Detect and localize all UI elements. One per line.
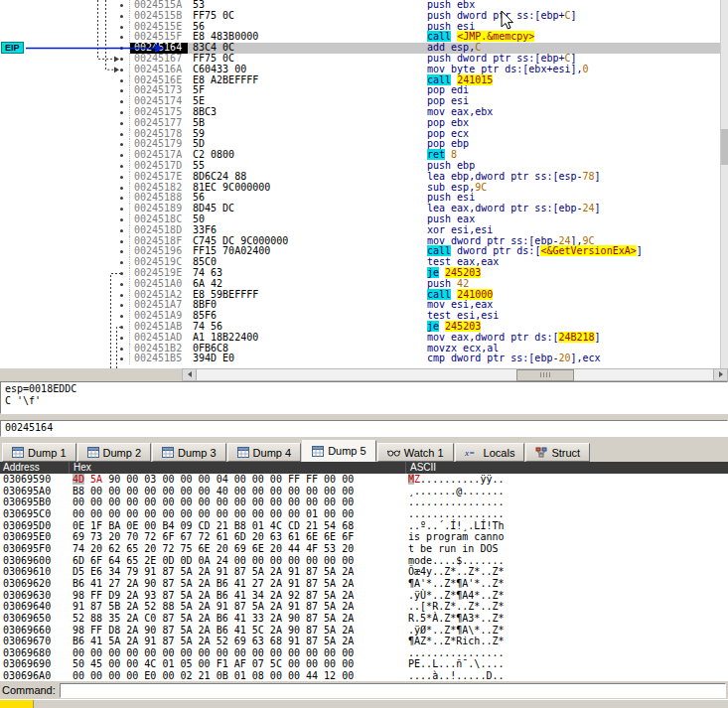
hex-byte[interactable]: 00	[270, 647, 282, 658]
hex-byte[interactable]: 00	[144, 496, 156, 507]
dump-row[interactable]: 0306963098 FF D9 2A 93 87 5A 2A B6 41 34…	[0, 590, 728, 602]
disasm-row[interactable]: 002451B20FB6C8movzx ecx,al	[0, 344, 728, 354]
disasm-row[interactable]: 0024517D55push ebp	[0, 161, 728, 172]
breakpoint-dot[interactable]	[120, 111, 123, 114]
hex-byte[interactable]: 91	[288, 578, 300, 589]
disasm-row[interactable]: 0024516483C4 0Cadd esp,C	[0, 43, 728, 54]
hex-byte[interactable]: 5A	[324, 625, 336, 636]
hex-byte[interactable]: 00	[73, 508, 84, 519]
breakpoint-dot[interactable]	[120, 122, 123, 125]
hex-byte[interactable]: 87	[306, 566, 318, 577]
hex-byte[interactable]: 40	[217, 486, 228, 496]
hex-byte[interactable]: 00	[126, 647, 138, 658]
hex-byte[interactable]: CD	[199, 520, 211, 531]
hex-byte[interactable]: 00	[180, 496, 192, 507]
dump-row[interactable]: 030695F074 20 62 65 20 72 75 6E 20 69 6E…	[0, 543, 728, 555]
disasm-row[interactable]: 0024517AC2 0800ret 8	[0, 150, 728, 161]
hex-byte[interactable]: 74	[73, 543, 84, 554]
horizontal-scroll-thumb[interactable]	[516, 369, 574, 381]
hex-byte[interactable]: 00	[342, 555, 354, 566]
hex-byte[interactable]: 5A	[324, 601, 336, 612]
hex-byte[interactable]: 6D	[73, 555, 84, 566]
hex-byte[interactable]: E6	[90, 566, 102, 577]
hex-byte[interactable]: 00	[288, 486, 300, 496]
hex-byte[interactable]: 79	[126, 566, 138, 577]
hex-byte[interactable]: 00	[342, 508, 354, 519]
hex-byte[interactable]: 98	[73, 590, 84, 601]
hex-byte[interactable]: 00	[306, 555, 318, 566]
command-input[interactable]	[60, 683, 726, 698]
hex-byte[interactable]: 75	[180, 543, 192, 554]
disasm-row[interactable]: 002451745Epop esi	[0, 96, 728, 107]
disasm-row[interactable]: 00245196FF15 70A02400call dword ptr ds:[…	[0, 246, 728, 257]
hex-byte[interactable]: 53	[324, 543, 336, 554]
hex-byte[interactable]: 21	[199, 670, 211, 680]
hex-byte[interactable]: 0D	[180, 555, 192, 566]
hex-byte[interactable]: 2A	[342, 613, 354, 624]
disasm-row[interactable]: 002451A06A 42push 42	[0, 279, 728, 290]
hex-byte[interactable]: 00	[342, 658, 354, 669]
hex-byte[interactable]: B6	[73, 636, 84, 646]
tab-locals[interactable]: x=Locals	[455, 443, 525, 462]
hex-byte[interactable]: 00	[324, 474, 336, 485]
tab-dump-5[interactable]: Dump 5	[302, 440, 376, 462]
hex-byte[interactable]: 2A	[126, 636, 138, 646]
hex-byte[interactable]: 5C	[252, 625, 264, 636]
hex-byte[interactable]: B6	[217, 578, 228, 589]
hex-byte[interactable]: 20	[217, 543, 228, 554]
hex-byte[interactable]: 54	[324, 520, 336, 531]
hex-byte[interactable]: 5A	[252, 566, 264, 577]
hex-byte[interactable]: 00	[288, 647, 300, 658]
breakpoint-dot[interactable]	[120, 79, 123, 82]
hex-byte[interactable]: 00	[324, 496, 336, 507]
hex-byte[interactable]: 65	[126, 543, 138, 554]
hex-byte[interactable]: 5A	[324, 613, 336, 624]
hex-byte[interactable]: 00	[180, 647, 192, 658]
hex-byte[interactable]: FF	[90, 590, 102, 601]
hex-byte[interactable]: 00	[90, 496, 102, 507]
hex-byte[interactable]: 00	[162, 474, 174, 485]
disasm-row[interactable]: 0024518856push esi	[0, 193, 728, 204]
breakpoint-dot[interactable]	[120, 165, 123, 168]
hex-byte[interactable]: 93	[144, 590, 156, 601]
hex-byte[interactable]: 72	[144, 531, 156, 542]
dump-row[interactable]: 030695A0B8 00 00 00 00 00 00 00 40 00 00…	[0, 486, 728, 497]
disasm-row[interactable]: 0024519C85C0test eax,eax	[0, 257, 728, 268]
hex-byte[interactable]: 91	[217, 601, 228, 612]
hex-byte[interactable]: 44	[288, 543, 300, 554]
breakpoint-dot[interactable]	[120, 36, 123, 39]
tab-struct[interactable]: Struct	[525, 443, 590, 462]
hex-byte[interactable]: 33	[252, 613, 264, 624]
hex-byte[interactable]: 52	[73, 613, 84, 624]
hex-byte[interactable]: 6E	[306, 531, 318, 542]
hex-byte[interactable]: 64	[108, 555, 120, 566]
hex-byte[interactable]: 2A	[270, 601, 282, 612]
hex-byte[interactable]: 00	[324, 647, 336, 658]
dump-row[interactable]: 030696A000 00 00 00 E0 00 02 21 0B 01 08…	[0, 670, 728, 680]
hex-byte[interactable]: 00	[199, 474, 211, 485]
hex-byte[interactable]: 00	[324, 486, 336, 496]
hex-byte[interactable]: 6F	[90, 555, 102, 566]
hex-byte[interactable]: 52	[144, 601, 156, 612]
hex-byte[interactable]: 2A	[199, 590, 211, 601]
tab-dump-3[interactable]: Dump 3	[152, 443, 226, 462]
tab-dump-4[interactable]: Dump 4	[227, 443, 302, 462]
hex-byte[interactable]: 00	[126, 508, 138, 519]
hex-byte[interactable]: 00	[73, 647, 84, 658]
breakpoint-dot[interactable]	[120, 15, 123, 18]
hex-byte[interactable]: AF	[234, 658, 246, 669]
hex-byte[interactable]: 00	[73, 670, 84, 680]
hex-byte[interactable]: 00	[342, 496, 354, 507]
disasm-horizontal-scrollbar[interactable]	[182, 368, 728, 381]
disasm-row[interactable]: 002451B5394D E0cmp dword ptr ss:[ebp-20]…	[0, 354, 728, 364]
breakpoint-dot[interactable]	[120, 250, 123, 253]
hex-byte[interactable]: 20	[144, 543, 156, 554]
hex-byte[interactable]: B4	[162, 520, 174, 531]
hex-byte[interactable]: 00	[270, 496, 282, 507]
dump-pane[interactable]: Address Hex ASCII 030695904D 5A 90 00 03…	[0, 462, 728, 680]
hex-byte[interactable]: 87	[306, 636, 318, 646]
hex-byte[interactable]: 01	[306, 508, 318, 519]
breakpoint-dot[interactable]	[120, 294, 123, 297]
hex-byte[interactable]: 88	[90, 613, 102, 624]
hex-byte[interactable]: 00	[180, 474, 192, 485]
